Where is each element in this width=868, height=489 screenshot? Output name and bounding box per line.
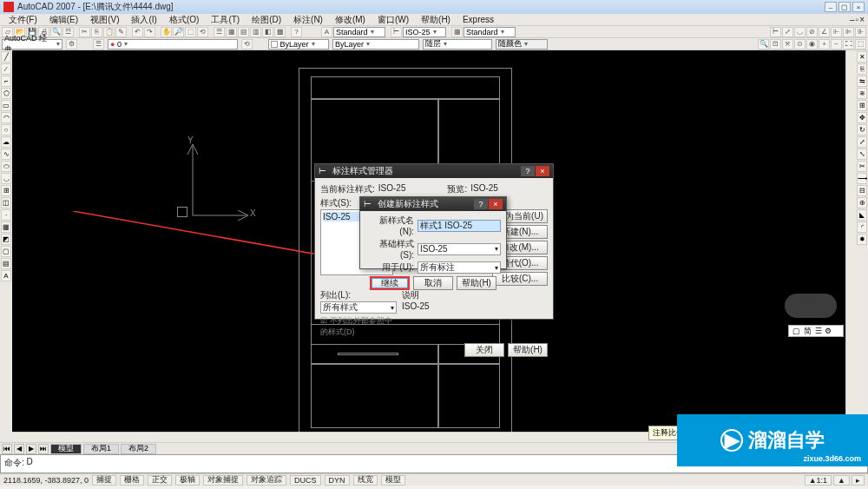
minimize-button[interactable]: –	[825, 2, 837, 12]
dialog-help-icon[interactable]: ?	[521, 166, 535, 176]
dim-angular-icon[interactable]: ∠	[819, 27, 830, 37]
dim-aligned-icon[interactable]: ⤢	[782, 27, 793, 37]
plotstyle-combo[interactable]: 随颜色	[496, 39, 548, 50]
region-icon[interactable]: ▢	[1, 246, 11, 257]
maximize-button[interactable]: ▢	[838, 2, 851, 12]
annoscale-icon[interactable]: ▲1:1	[805, 475, 832, 486]
zoom-out-icon[interactable]: −	[831, 39, 842, 50]
tab-next-icon[interactable]: ▶	[26, 444, 36, 454]
extend-icon[interactable]: ⟶	[857, 173, 867, 184]
polar-toggle[interactable]: 极轴	[175, 475, 200, 486]
doc-restore-button[interactable]: ▫	[856, 15, 859, 24]
match-icon[interactable]: ✎	[115, 27, 127, 37]
dim-style-combo[interactable]: ISO-25	[403, 27, 446, 37]
layer-props-icon[interactable]: ☰	[93, 39, 104, 50]
ws-settings-icon[interactable]: ⚙	[66, 39, 77, 50]
dimstyle-icon[interactable]: ⊢	[391, 27, 402, 37]
snap-toggle[interactable]: 捕捉	[92, 475, 116, 486]
menu-express[interactable]: Express	[457, 15, 499, 24]
chamfer-icon[interactable]: ◣	[857, 209, 867, 221]
xref-checkbox-label[interactable]: 不列出外部参照中的样式(D)	[320, 316, 392, 336]
menu-insert[interactable]: 插入(I)	[126, 14, 161, 26]
dim-baseline-icon[interactable]: ⊫	[843, 27, 854, 37]
linetype-combo[interactable]: ByLayer	[332, 39, 419, 50]
table-icon[interactable]: ▤	[1, 258, 11, 269]
revcloud-icon[interactable]: ☁	[1, 136, 11, 148]
spline-icon[interactable]: ∿	[1, 149, 11, 160]
properties-icon[interactable]: ☰	[214, 27, 225, 37]
paste-icon[interactable]: 📋	[103, 27, 115, 37]
osnap-toggle[interactable]: 对象捕捉	[203, 475, 243, 486]
dc-icon[interactable]: ▦	[226, 27, 237, 37]
tblstyle-icon[interactable]: ▦	[451, 27, 463, 37]
publish-icon[interactable]: ☲	[62, 27, 74, 37]
table-style-combo[interactable]: Standard	[464, 27, 516, 37]
status-tray-icon[interactable]: ▸	[852, 475, 865, 486]
arc-icon[interactable]: ◠	[1, 112, 11, 123]
menu-dim[interactable]: 标注(N)	[288, 14, 328, 26]
doc-minimize-button[interactable]: –	[850, 15, 855, 24]
mtext-icon[interactable]: A	[1, 270, 11, 281]
new-help-button[interactable]: 帮助(H)	[457, 276, 496, 290]
mirror-icon[interactable]: ⇋	[857, 76, 867, 87]
new-dialog-help-icon[interactable]: ?	[474, 199, 488, 209]
usefor-combo[interactable]: 所有标注	[418, 261, 501, 274]
zoom-rt-icon[interactable]: 🔎	[173, 27, 184, 37]
qcalc-icon[interactable]: ▩	[274, 27, 286, 37]
nav-bar[interactable]: ▢ 简 ☰ ⚙	[788, 325, 844, 337]
dyn-toggle[interactable]: DYN	[325, 475, 350, 486]
annovis-icon[interactable]: ▲	[833, 475, 850, 486]
cut-icon[interactable]: ✂	[79, 27, 90, 37]
help-button[interactable]: 帮助(H)	[508, 343, 548, 357]
point-icon[interactable]: ·	[1, 209, 11, 221]
menu-modify[interactable]: 修改(M)	[330, 14, 371, 26]
vertical-scrollbar[interactable]	[845, 50, 856, 442]
zoom-prev-icon[interactable]: ⟲	[197, 27, 208, 37]
ellipsearc-icon[interactable]: ◡	[1, 173, 11, 184]
gradient-icon[interactable]: ◩	[1, 234, 11, 245]
close-button[interactable]: ×	[852, 2, 865, 12]
layer-combo[interactable]: ● 0	[108, 39, 238, 50]
help-icon[interactable]: ?	[291, 27, 302, 37]
sheet-icon[interactable]: ▥	[250, 27, 261, 37]
zoom-object-icon[interactable]: ◉	[806, 39, 818, 50]
textstyle-icon[interactable]: A	[321, 27, 332, 37]
dim-radius-icon[interactable]: ◡	[794, 27, 806, 37]
listby-combo[interactable]: 所有样式	[320, 301, 397, 314]
dialog-close-icon[interactable]: ×	[536, 166, 549, 176]
grid-toggle[interactable]: 栅格	[120, 475, 144, 486]
zoom-window-icon[interactable]: 🔍	[758, 39, 769, 50]
join-icon[interactable]: ⊕	[857, 197, 867, 208]
copy-icon[interactable]: ⎘	[91, 27, 102, 37]
new-name-input[interactable]: 样式1 ISO-25	[418, 220, 501, 232]
undo-icon[interactable]: ↶	[132, 27, 143, 37]
tab-layout2[interactable]: 布局2	[121, 444, 156, 454]
close-button[interactable]: 关闭	[464, 343, 504, 357]
ducs-toggle[interactable]: DUCS	[290, 475, 321, 486]
dimstyle-dialog-titlebar[interactable]: ⊢ 标注样式管理器 ? ×	[315, 164, 553, 178]
cancel-button[interactable]: 取消	[413, 276, 453, 290]
markup-icon[interactable]: ◧	[262, 27, 273, 37]
rectangle-icon[interactable]: ▭	[1, 100, 11, 111]
model-toggle[interactable]: 模型	[381, 475, 405, 486]
dim-continue-icon[interactable]: ⊪	[855, 27, 866, 37]
menu-edit[interactable]: 编辑(E)	[44, 14, 83, 26]
move-icon[interactable]: ✥	[857, 112, 867, 123]
pan-icon[interactable]: ✋	[161, 27, 172, 37]
tab-prev-icon[interactable]: ◀	[14, 444, 24, 454]
tool-pal-icon[interactable]: ▤	[238, 27, 249, 37]
pline-icon[interactable]: ⌐	[1, 76, 11, 87]
dim-quick-icon[interactable]: ⊩	[831, 27, 842, 37]
block-icon[interactable]: ◫	[1, 197, 11, 208]
view-cube[interactable]	[785, 294, 837, 318]
ortho-toggle[interactable]: 正交	[148, 475, 172, 486]
zoom-win-icon[interactable]: ⬚	[185, 27, 196, 37]
menu-format[interactable]: 格式(O)	[164, 14, 204, 26]
redo-icon[interactable]: ↷	[144, 27, 155, 37]
lwt-toggle[interactable]: 线宽	[353, 475, 378, 486]
text-style-combo[interactable]: Standard	[333, 27, 385, 37]
xline-icon[interactable]: ∕	[1, 63, 11, 75]
line-icon[interactable]: ╱	[1, 51, 11, 63]
otrack-toggle[interactable]: 对象追踪	[247, 475, 286, 486]
erase-icon[interactable]: ✕	[857, 51, 867, 63]
